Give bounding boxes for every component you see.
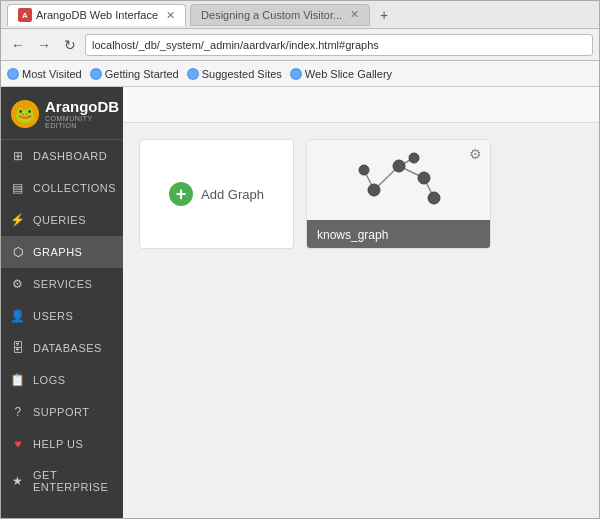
- svg-point-9: [409, 153, 419, 163]
- graph-card-label: knows_graph: [307, 220, 490, 249]
- users-label: USERS: [33, 310, 73, 322]
- bookmark-label-3: Web Slice Gallery: [305, 68, 392, 80]
- databases-icon: 🗄: [11, 341, 25, 355]
- graph-card-knows[interactable]: ⚙: [306, 139, 491, 249]
- sidebar-item-graphs[interactable]: ⬡ GRAPHS: [1, 236, 123, 268]
- sidebar-item-users[interactable]: 👤 USERS: [1, 300, 123, 332]
- sidebar-item-services[interactable]: ⚙ SERVICES: [1, 268, 123, 300]
- tab-other[interactable]: Designing a Custom Visitor... ✕: [190, 4, 370, 26]
- queries-label: QUERIES: [33, 214, 86, 226]
- help-icon: ♥: [11, 437, 25, 451]
- bookmark-label-1: Getting Started: [105, 68, 179, 80]
- bookmark-icon-0: [7, 68, 19, 80]
- dashboard-label: DASHBOARD: [33, 150, 107, 162]
- logo-text-group: ArangoDB COMMUNITY EDITION: [45, 99, 119, 129]
- graph-name-text: knows_graph: [317, 228, 388, 242]
- graphs-icon: ⬡: [11, 245, 25, 259]
- users-icon: 👤: [11, 309, 25, 323]
- svg-point-8: [428, 192, 440, 204]
- tab-favicon: A: [18, 8, 32, 22]
- logs-label: LOGS: [33, 374, 66, 386]
- bookmark-icon-1: [90, 68, 102, 80]
- graphs-label: GRAPHS: [33, 246, 82, 258]
- logs-icon: 📋: [11, 373, 25, 387]
- sidebar-item-dashboard[interactable]: ⊞ DASHBOARD: [1, 140, 123, 172]
- support-label: SUPPORT: [33, 406, 89, 418]
- bookmark-most-visited[interactable]: Most Visited: [7, 68, 82, 80]
- sidebar: 🐸 ArangoDB COMMUNITY EDITION ⊞ DASHBOARD…: [1, 87, 123, 518]
- collections-label: COLLECTIONS: [33, 182, 116, 194]
- sidebar-item-databases[interactable]: 🗄 DATABASES: [1, 332, 123, 364]
- sidebar-item-collections[interactable]: ▤ COLLECTIONS: [1, 172, 123, 204]
- bookmarks-bar: Most Visited Getting Started Suggested S…: [1, 61, 599, 87]
- bookmark-label-0: Most Visited: [22, 68, 82, 80]
- dashboard-icon: ⊞: [11, 149, 25, 163]
- services-label: SERVICES: [33, 278, 92, 290]
- services-icon: ⚙: [11, 277, 25, 291]
- add-graph-label: Add Graph: [201, 187, 264, 202]
- tab-close-btn[interactable]: ✕: [166, 9, 175, 22]
- address-text: localhost/_db/_system/_admin/aardvark/in…: [92, 39, 379, 51]
- bookmark-suggested[interactable]: Suggested Sites: [187, 68, 282, 80]
- add-graph-icon: +: [169, 182, 193, 206]
- app-content: 🐸 ArangoDB COMMUNITY EDITION ⊞ DASHBOARD…: [1, 87, 599, 518]
- sidebar-item-support[interactable]: ? SUPPORT: [1, 396, 123, 428]
- svg-point-6: [393, 160, 405, 172]
- new-tab-btn[interactable]: +: [374, 5, 394, 25]
- sidebar-item-enterprise[interactable]: ★ GET ENTERPRISE: [1, 460, 123, 502]
- svg-point-7: [418, 172, 430, 184]
- enterprise-icon: ★: [11, 474, 25, 488]
- bookmark-icon-3: [290, 68, 302, 80]
- bookmark-icon-2: [187, 68, 199, 80]
- arangodb-logo-icon: 🐸: [11, 100, 39, 128]
- tab-other-close[interactable]: ✕: [350, 8, 359, 21]
- main-content: + Add Graph ⚙: [123, 87, 599, 518]
- tab-label: ArangoDB Web Interface: [36, 9, 158, 21]
- tab-arangodb[interactable]: A ArangoDB Web Interface ✕: [7, 4, 186, 26]
- graph-settings-icon[interactable]: ⚙: [469, 146, 482, 162]
- svg-point-10: [359, 165, 369, 175]
- tab-other-label: Designing a Custom Visitor...: [201, 9, 342, 21]
- back-btn[interactable]: ←: [7, 34, 29, 56]
- browser-frame: A ArangoDB Web Interface ✕ Designing a C…: [0, 0, 600, 519]
- add-graph-card[interactable]: + Add Graph: [139, 139, 294, 249]
- graph-card-body: ⚙: [307, 140, 490, 220]
- bookmark-label-2: Suggested Sites: [202, 68, 282, 80]
- graph-visualization: [344, 148, 454, 213]
- queries-icon: ⚡: [11, 213, 25, 227]
- sidebar-item-help[interactable]: ♥ HELP US: [1, 428, 123, 460]
- forward-btn[interactable]: →: [33, 34, 55, 56]
- enterprise-label: GET ENTERPRISE: [33, 469, 113, 493]
- logo-edition: COMMUNITY EDITION: [45, 115, 119, 129]
- svg-point-5: [368, 184, 380, 196]
- browser-title-bar: A ArangoDB Web Interface ✕ Designing a C…: [1, 1, 599, 29]
- refresh-btn[interactable]: ↻: [59, 34, 81, 56]
- collections-icon: ▤: [11, 181, 25, 195]
- browser-toolbar: ← → ↻ localhost/_db/_system/_admin/aardv…: [1, 29, 599, 61]
- support-icon: ?: [11, 405, 25, 419]
- address-bar[interactable]: localhost/_db/_system/_admin/aardvark/in…: [85, 34, 593, 56]
- sidebar-item-queries[interactable]: ⚡ QUERIES: [1, 204, 123, 236]
- databases-label: DATABASES: [33, 342, 102, 354]
- bookmark-getting-started[interactable]: Getting Started: [90, 68, 179, 80]
- sidebar-item-logs[interactable]: 📋 LOGS: [1, 364, 123, 396]
- help-label: HELP US: [33, 438, 83, 450]
- bookmark-webslice[interactable]: Web Slice Gallery: [290, 68, 392, 80]
- main-header: [123, 87, 599, 123]
- sidebar-logo: 🐸 ArangoDB COMMUNITY EDITION: [1, 87, 123, 140]
- graphs-grid: + Add Graph ⚙: [123, 123, 599, 518]
- logo-text: ArangoDB: [45, 99, 119, 114]
